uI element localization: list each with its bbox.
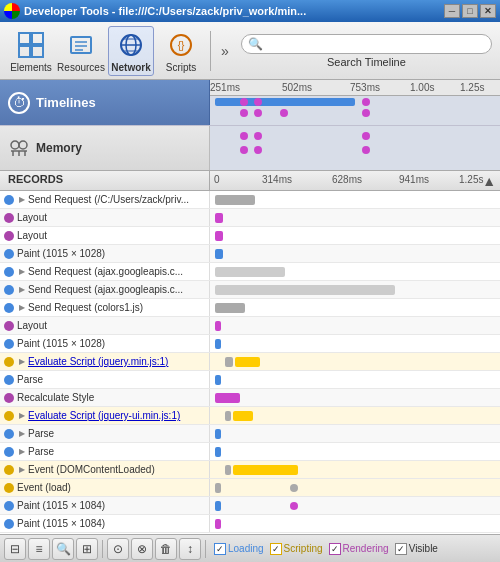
- more-button[interactable]: »: [217, 43, 233, 59]
- record-chart-col: [210, 353, 500, 370]
- record-chart-col: [210, 281, 500, 298]
- btm-search-button[interactable]: 🔍: [52, 538, 74, 560]
- record-chart-col: [210, 263, 500, 280]
- records-label: RECORDS: [0, 171, 210, 190]
- resources-icon: [65, 29, 97, 61]
- btm-separator-2: [205, 540, 206, 558]
- expand-icon[interactable]: ▶: [19, 357, 25, 366]
- records-timeline-col: 0 314ms 628ms 941ms 1.25s ▲: [210, 171, 500, 190]
- record-chart-col: [210, 317, 500, 334]
- record-text: Parse: [17, 374, 205, 385]
- window-controls[interactable]: ─ □ ✕: [444, 4, 496, 18]
- record-bar: [215, 231, 223, 241]
- timelines-label: Timelines: [36, 95, 96, 110]
- btm-resize-button[interactable]: ↕: [179, 538, 201, 560]
- record-dot: [4, 195, 14, 205]
- btm-list-button[interactable]: ≡: [28, 538, 50, 560]
- btm-filter-button[interactable]: ⊞: [76, 538, 98, 560]
- resources-button[interactable]: Resources: [58, 26, 104, 76]
- table-row: Parse: [0, 371, 500, 389]
- close-button[interactable]: ✕: [480, 4, 496, 18]
- check-scripting: Scripting: [270, 543, 323, 555]
- record-bar: [215, 267, 285, 277]
- table-row: Paint (1015 × 1028): [0, 335, 500, 353]
- record-chart-col: [210, 461, 500, 478]
- ruler-tick-4: 1.25s: [460, 82, 484, 93]
- record-label-col: ▶ Send Request (ajax.googleapis.c...: [0, 281, 210, 298]
- record-bar: [215, 483, 221, 493]
- network-button[interactable]: Network: [108, 26, 154, 76]
- record-dot: [4, 483, 14, 493]
- record-dot: [4, 429, 14, 439]
- btm-record-button[interactable]: ⊙: [107, 538, 129, 560]
- btm-clear-button[interactable]: ⊗: [131, 538, 153, 560]
- chrome-icon: [4, 3, 20, 19]
- elements-button[interactable]: Elements: [8, 26, 54, 76]
- record-chart-col: [210, 335, 500, 352]
- table-row: ▶ Parse: [0, 425, 500, 443]
- record-label-col: ▶ Evaluate Script (jquery.min.js:1): [0, 353, 210, 370]
- ruler-tick-1: 502ms: [282, 82, 312, 93]
- record-dot: [4, 213, 14, 223]
- table-row: ▶ Send Request (ajax.googleapis.c...: [0, 263, 500, 281]
- record-bar: [215, 249, 223, 259]
- record-label-col: Recalculate Style: [0, 389, 210, 406]
- record-bar: [233, 465, 298, 475]
- visible-checkbox[interactable]: [395, 543, 407, 555]
- records-ruler: 0 314ms 628ms 941ms 1.25s: [214, 172, 482, 190]
- records-scroll-up[interactable]: ▲: [482, 173, 496, 189]
- expand-icon[interactable]: ▶: [19, 429, 25, 438]
- memory-dot-5: [254, 146, 262, 154]
- visible-label: Visible: [409, 543, 438, 554]
- record-text: Paint (1015 × 1084): [17, 500, 205, 511]
- svg-text:{}: {}: [178, 40, 185, 51]
- expand-icon[interactable]: ▶: [19, 195, 25, 204]
- table-row: Paint (1015 × 1084): [0, 497, 500, 515]
- expand-icon[interactable]: ▶: [19, 411, 25, 420]
- btm-delete-button[interactable]: 🗑: [155, 538, 177, 560]
- record-text: Paint (1015 × 1084): [17, 518, 205, 529]
- record-bar: [215, 213, 223, 223]
- expand-icon[interactable]: ▶: [19, 465, 25, 474]
- record-bar: [215, 501, 221, 511]
- expand-icon[interactable]: ▶: [19, 447, 25, 456]
- svg-rect-1: [32, 33, 43, 44]
- scripting-checkbox[interactable]: [270, 543, 282, 555]
- svg-point-15: [11, 141, 19, 149]
- timeline-dot-4: [240, 109, 248, 117]
- minimize-button[interactable]: ─: [444, 4, 460, 18]
- record-chart-col: [210, 371, 500, 388]
- svg-rect-3: [32, 46, 43, 57]
- expand-icon[interactable]: ▶: [19, 303, 25, 312]
- scripts-button[interactable]: {} Scripts: [158, 26, 204, 76]
- records-list: ▶ Send Request (/C:/Users/zack/priv... L…: [0, 191, 500, 535]
- memory-label: Memory: [36, 141, 82, 155]
- btm-stop-button[interactable]: ⊟: [4, 538, 26, 560]
- record-chart-col: [210, 479, 500, 496]
- record-label-col: ▶ Parse: [0, 443, 210, 460]
- memory-dot-6: [362, 146, 370, 154]
- network-icon: [115, 29, 147, 61]
- rendering-checkbox[interactable]: [329, 543, 341, 555]
- ruler-tick-0: 251ms: [210, 82, 240, 93]
- record-bar: [215, 447, 221, 457]
- expand-icon[interactable]: ▶: [19, 267, 25, 276]
- record-dot-marker: [290, 502, 298, 510]
- window-title: Developer Tools - file:///C:/Users/zack/…: [24, 5, 444, 17]
- search-input[interactable]: [266, 38, 485, 50]
- timelines-chart: 251ms 502ms 753ms 1.00s 1.25s: [210, 80, 500, 125]
- loading-checkbox[interactable]: [214, 543, 226, 555]
- record-dot: [4, 501, 14, 511]
- record-text: Parse: [28, 428, 205, 439]
- expand-icon[interactable]: ▶: [19, 285, 25, 294]
- record-bar: [215, 195, 255, 205]
- record-label-col: Parse: [0, 371, 210, 388]
- record-label-col: Paint (1015 × 1028): [0, 335, 210, 352]
- record-label-col: Paint (1015 × 1084): [0, 497, 210, 514]
- rec-tick-2: 628ms: [332, 174, 362, 185]
- title-bar: Developer Tools - file:///C:/Users/zack/…: [0, 0, 500, 22]
- table-row: ▶ Event (DOMContentLoaded): [0, 461, 500, 479]
- maximize-button[interactable]: □: [462, 4, 478, 18]
- record-chart-col: [210, 245, 500, 262]
- record-bar-pre: [225, 411, 231, 421]
